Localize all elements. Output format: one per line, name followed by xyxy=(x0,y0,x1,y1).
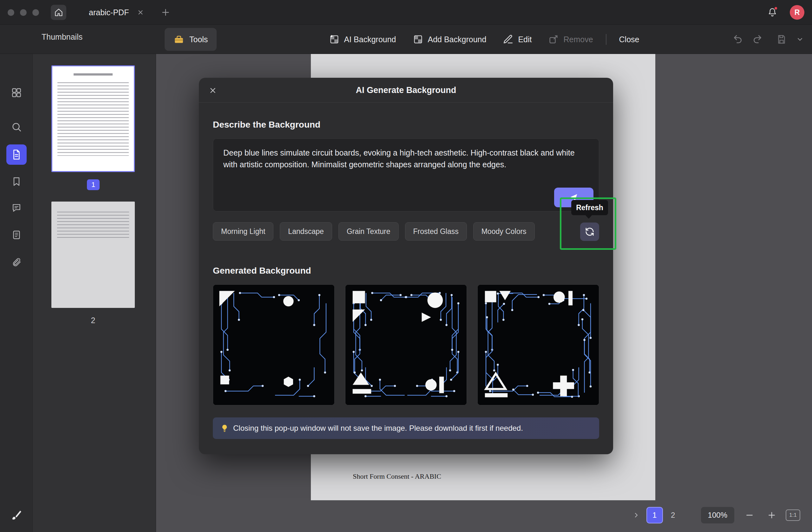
zoom-window-button[interactable] xyxy=(32,9,39,16)
chip-frosted-glass[interactable]: Frosted Glass xyxy=(405,222,467,241)
edit-pen-icon xyxy=(503,34,513,45)
zoom-in-button[interactable] xyxy=(765,507,779,523)
next-page-button[interactable] xyxy=(630,507,643,523)
redo-icon xyxy=(752,34,763,44)
notifications-button[interactable] xyxy=(766,6,778,18)
document-tab[interactable]: arabic-PDF xyxy=(89,0,170,25)
minimize-window-button[interactable] xyxy=(20,9,27,16)
dialog-header: AI Generate Background xyxy=(199,78,613,102)
chip-morning-light[interactable]: Morning Light xyxy=(213,222,273,241)
remove-icon xyxy=(548,34,559,45)
ai-generate-background-dialog: AI Generate Background Describe the Back… xyxy=(199,78,613,454)
avatar[interactable]: R xyxy=(790,5,804,20)
close-mode-button[interactable]: Close xyxy=(615,29,644,50)
zoom-level[interactable]: 100% xyxy=(701,507,734,523)
grid-view-button[interactable] xyxy=(0,84,33,101)
page-icon xyxy=(11,230,21,240)
plus-icon xyxy=(768,511,776,519)
refresh-button[interactable] xyxy=(580,223,599,241)
titlebar: arabic-PDF R xyxy=(0,0,812,25)
window-controls xyxy=(8,9,39,16)
chevron-right-icon xyxy=(633,512,640,519)
document-footer-text: Short Form Consent - ARABIC xyxy=(353,472,441,480)
titlebar-right: R xyxy=(766,0,804,25)
toolbar-divider xyxy=(606,34,607,45)
style-chips-row: Morning Light Landscape Grain Texture Fr… xyxy=(213,222,535,241)
notification-badge xyxy=(774,6,778,10)
toolbar: Tools AI Background Add Background xyxy=(0,25,812,54)
chip-grain-texture[interactable]: Grain Texture xyxy=(338,222,399,241)
undo-button[interactable] xyxy=(733,34,743,44)
toolbar-right xyxy=(733,25,804,54)
page-button-2[interactable]: 2 xyxy=(666,507,680,523)
close-window-button[interactable] xyxy=(8,9,14,16)
page-thumbnail-2[interactable] xyxy=(52,201,135,308)
new-tab-button[interactable] xyxy=(161,8,170,17)
generated-images-row xyxy=(213,284,599,405)
attachments-button[interactable] xyxy=(0,253,33,271)
page-tools-button[interactable] xyxy=(0,226,33,244)
add-background-icon xyxy=(413,34,423,45)
tab-close-button[interactable] xyxy=(137,9,144,16)
prompt-textarea[interactable]: Deep blue lines simulate circuit boards,… xyxy=(213,139,599,211)
page-number-badge: 1 xyxy=(87,179,100,190)
remove-label: Remove xyxy=(563,35,593,44)
thumbnail-text-decoration xyxy=(57,209,129,240)
ai-background-label: AI Background xyxy=(344,35,396,44)
add-background-label: Add Background xyxy=(428,35,487,44)
save-button[interactable] xyxy=(777,34,787,44)
thumbnail-text-decoration xyxy=(74,73,113,75)
remove-button[interactable]: Remove xyxy=(543,29,597,50)
ai-background-button[interactable]: AI Background xyxy=(324,29,401,50)
page-button-1[interactable]: 1 xyxy=(647,507,663,523)
fit-actual-size-button[interactable]: 1:1 xyxy=(786,509,800,521)
refresh-tooltip: Refresh xyxy=(571,200,608,215)
generated-image-3[interactable] xyxy=(477,284,599,405)
close-icon xyxy=(137,9,144,16)
describe-background-label: Describe the Background xyxy=(213,120,320,130)
grid-icon xyxy=(11,87,22,98)
bookmarks-button[interactable] xyxy=(0,173,33,191)
generated-image-1[interactable] xyxy=(213,284,335,405)
redo-button[interactable] xyxy=(752,34,763,44)
refresh-icon xyxy=(585,227,594,237)
thumbnail-text-decoration xyxy=(57,80,129,156)
close-label: Close xyxy=(619,35,639,44)
home-button[interactable] xyxy=(51,5,66,20)
home-icon xyxy=(54,8,63,17)
add-background-button[interactable]: Add Background xyxy=(408,29,491,50)
search-button[interactable] xyxy=(0,118,33,136)
app-window: arabic-PDF R xyxy=(0,0,812,532)
page-thumbnail-1[interactable] xyxy=(52,65,135,172)
paperclip-icon xyxy=(11,257,21,267)
notice-text: Closing this pop-up window will not save… xyxy=(233,424,523,433)
chip-landscape[interactable]: Landscape xyxy=(280,222,332,241)
generated-image-2[interactable] xyxy=(345,284,467,405)
edit-label: Edit xyxy=(518,35,532,44)
minus-icon xyxy=(745,511,754,519)
panel-header: Thumbnails xyxy=(42,32,83,42)
thumbnails-panel-button[interactable] xyxy=(6,144,27,165)
notice-banner: Closing this pop-up window will not save… xyxy=(213,417,599,439)
generated-background-label: Generated Background xyxy=(213,266,311,276)
save-options-button[interactable] xyxy=(796,36,804,43)
ai-background-icon xyxy=(329,34,340,45)
comments-button[interactable] xyxy=(0,199,33,217)
thumbnails-panel: Thumbnails 1 2 xyxy=(33,54,156,532)
chip-moody-colors[interactable]: Moody Colors xyxy=(473,222,535,241)
status-bar: 1 2 100% 1:1 xyxy=(630,507,800,523)
left-rail xyxy=(0,54,33,532)
zoom-out-button[interactable] xyxy=(742,507,756,523)
toolbar-center: AI Background Add Background Edit xyxy=(156,25,812,54)
document-icon xyxy=(11,149,22,160)
bookmark-icon xyxy=(11,177,21,187)
plus-icon xyxy=(161,8,170,17)
tab-title: arabic-PDF xyxy=(89,8,129,17)
search-icon xyxy=(11,122,22,132)
lightbulb-icon xyxy=(220,424,229,432)
undo-icon xyxy=(733,34,743,44)
edit-button[interactable]: Edit xyxy=(498,29,536,50)
page-number-label: 2 xyxy=(52,316,135,325)
markup-pen-button[interactable] xyxy=(0,506,33,524)
chevron-down-icon xyxy=(796,36,804,43)
